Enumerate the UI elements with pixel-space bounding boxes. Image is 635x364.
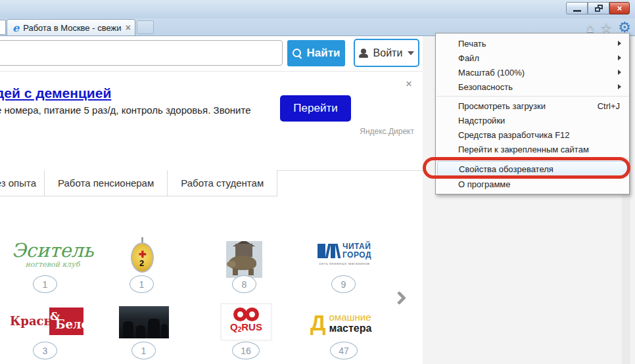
menu-item-view-downloads[interactable]: Просмотреть загрузкиCtrl+J	[436, 99, 629, 113]
ad-close-icon[interactable]: ×	[406, 78, 412, 89]
close-icon: ×	[617, 4, 623, 12]
home-icon[interactable]: ⌂	[586, 21, 594, 34]
menu-item-print[interactable]: Печать	[436, 36, 629, 51]
browser-tab[interactable]: e Работа в Москве - свежие... ×	[7, 19, 135, 36]
dm-letter-icon: Д	[310, 313, 326, 333]
menu-separator	[436, 158, 628, 159]
tools-dropdown-menu: Печать Файл Масштаб (100%) Безопасность …	[435, 33, 630, 194]
esitel-title: Эситель	[10, 241, 95, 260]
title-bar: ×	[0, 0, 635, 18]
menu-item-zoom[interactable]: Масштаб (100%)	[436, 65, 629, 80]
nav-tab-students[interactable]: Работа студентам	[168, 170, 277, 196]
chitai-line2: ГОРОД	[342, 250, 371, 260]
browser-window: × e Работа в Москве - свежие... × ⌂ ☆ ⚙ …	[0, 0, 635, 364]
nav-tab-pensioners[interactable]: Работа пенсионерам	[45, 170, 168, 196]
company-logo-chitai-gorod[interactable]: ЧИТАЙ ГОРОД сеть книжных магазинов	[315, 242, 374, 265]
company-logo-domashnie-mastera[interactable]: Д омашние мастера	[310, 311, 371, 335]
company-logo-dark-photo[interactable]	[119, 306, 169, 338]
login-button[interactable]: Войти	[354, 39, 419, 67]
menu-item-dev-tools[interactable]: Средства разработчика F12	[436, 127, 629, 142]
menu-item-about[interactable]: О программе	[436, 177, 629, 191]
site-search-input[interactable]	[0, 40, 283, 66]
qrus-suffix: RUS	[241, 321, 262, 332]
vacancy-count-badge: 3	[33, 342, 57, 359]
menu-item-pinned-sites[interactable]: Перейти к закрепленным сайтам	[436, 142, 629, 156]
vacancy-count-badge: 1	[131, 342, 156, 359]
search-find-button[interactable]: Найти	[287, 40, 345, 66]
vacancy-count-badge: 1	[33, 275, 57, 293]
login-button-label: Войти	[373, 47, 403, 59]
nav-tabs: без опыта Работа пенсионерам Работа студ…	[0, 170, 277, 196]
ie-favicon-icon: e	[12, 22, 19, 34]
window-controls: ×	[566, 2, 630, 14]
vacancy-count-badge: 47	[330, 342, 358, 359]
restore-button[interactable]	[588, 2, 609, 14]
find-button-label: Найти	[307, 47, 341, 60]
qrus-tires-icon	[222, 307, 271, 321]
ad-title-link[interactable]: дей с деменцией	[0, 85, 111, 101]
ad-attribution: Яндекс.Директ	[302, 127, 414, 136]
vacancy-count-badge: 9	[331, 275, 356, 293]
chitai-gorod-bars-icon	[318, 244, 339, 258]
menu-item-addons[interactable]: Надстройки	[436, 113, 629, 127]
minimize-icon	[573, 10, 581, 12]
qrus-q: Q	[230, 321, 238, 332]
ad-description: е номера, питание 5 раз/д, контроль здор…	[0, 104, 250, 116]
vacancy-count-badge: 1	[129, 275, 154, 293]
carousel-next-icon[interactable]	[392, 291, 406, 305]
submenu-arrow-icon	[618, 41, 621, 46]
new-tab-button[interactable]	[137, 20, 154, 34]
vacancy-count-badge: 8	[232, 275, 256, 293]
kb-word2: Белое	[55, 317, 97, 331]
chevron-down-icon	[408, 51, 414, 55]
nav-tab-no-experience[interactable]: без опыта	[0, 170, 45, 196]
dm-word2: мастера	[329, 323, 372, 334]
header-divider	[0, 71, 423, 72]
address-bar-edge	[0, 20, 6, 35]
shortcut-label: Ctrl+J	[598, 101, 620, 111]
favorites-star-icon[interactable]: ☆	[600, 21, 612, 34]
user-icon	[359, 49, 368, 58]
tab-close-icon[interactable]: ×	[126, 22, 131, 33]
chitai-subtitle: сеть книжных магазинов	[315, 262, 374, 265]
restore-icon	[595, 5, 603, 12]
kb-red-box: & Белое	[49, 307, 83, 335]
menu-item-safety[interactable]: Безопасность	[436, 80, 629, 94]
emblem-number: 2	[139, 258, 144, 268]
submenu-arrow-icon	[618, 84, 621, 89]
webpage-content: Найти Войти × дей с деменцией е номера, …	[0, 36, 423, 364]
vacancy-count-badge: 16	[232, 342, 260, 359]
ad-cta-button[interactable]: Перейти	[280, 95, 351, 122]
tab-title: Работа в Москве - свежие...	[23, 23, 122, 33]
menu-item-file[interactable]: Файл	[436, 51, 629, 65]
company-logo-krasnoe-beloe[interactable]: Красное & Белое	[10, 307, 83, 335]
search-icon	[293, 49, 302, 58]
company-logo-emblem[interactable]: ✚ 2	[129, 237, 156, 275]
company-logo-turtle-photo[interactable]	[226, 241, 262, 278]
dm-word1: омашние	[329, 311, 372, 323]
close-button[interactable]: ×	[609, 2, 630, 14]
submenu-arrow-icon	[618, 70, 621, 75]
company-logo-qrus[interactable]: Q2RUS	[221, 304, 271, 340]
menu-separator	[436, 96, 628, 97]
submenu-arrow-icon	[618, 55, 621, 60]
menu-item-internet-options[interactable]: Свойства обозревателя	[437, 161, 628, 177]
minimize-button[interactable]	[566, 2, 588, 14]
company-logo-esitel[interactable]: Эситель ногтевой клуб	[10, 241, 95, 269]
